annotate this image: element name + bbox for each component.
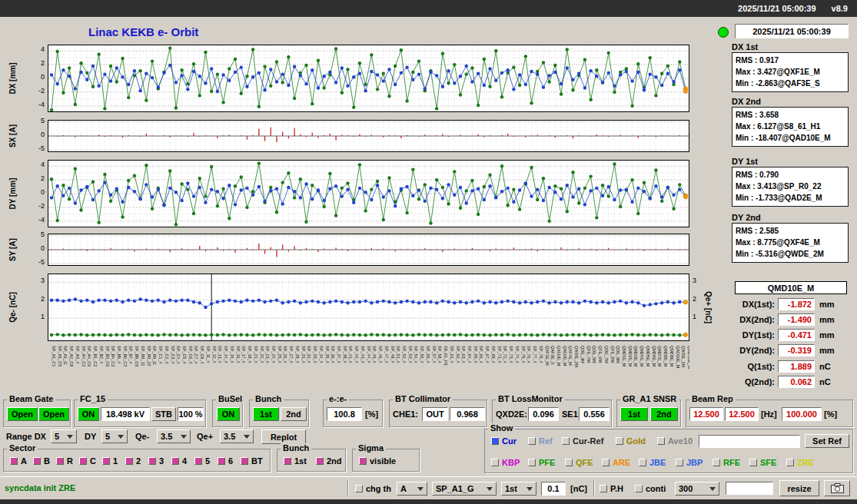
- show-qfe-toggle[interactable]: QFE: [565, 458, 593, 467]
- show-jbe-checkbox[interactable]: [639, 459, 646, 466]
- bunch-2nd-toggle[interactable]: 2nd: [316, 456, 342, 466]
- conti-toggle[interactable]: conti: [635, 484, 666, 493]
- show-kbp-checkbox[interactable]: [491, 459, 499, 466]
- sector-c-checkbox[interactable]: [79, 457, 87, 465]
- conti-checkbox[interactable]: [635, 485, 643, 492]
- sector-a-checkbox[interactable]: [10, 457, 18, 465]
- show-rfe-toggle[interactable]: RFE: [713, 458, 740, 467]
- show-sfe-checkbox[interactable]: [749, 459, 757, 466]
- sector-b-checkbox[interactable]: [33, 457, 41, 465]
- set-ref-button[interactable]: Set Ref: [805, 434, 849, 448]
- show-zre-checkbox[interactable]: [786, 459, 794, 466]
- chart-dx-plot: [48, 45, 689, 112]
- sector-a-label: A: [21, 456, 27, 466]
- show-rfe-checkbox[interactable]: [713, 459, 720, 466]
- range-qe-minus-select[interactable]: 3.5: [157, 429, 191, 443]
- show-jbp-toggle[interactable]: JBP: [676, 458, 703, 467]
- ph-checkbox[interactable]: [600, 485, 607, 492]
- svg-text:QMD2E_M: QMD2E_M: [628, 346, 633, 367]
- replot-button[interactable]: Replot: [261, 429, 306, 444]
- sector-4-toggle[interactable]: 4: [171, 456, 187, 466]
- sector-r-checkbox[interactable]: [56, 457, 64, 465]
- show-kbp-toggle[interactable]: KBP: [491, 458, 520, 467]
- svg-text:SP_18_4: SP_18_4: [247, 346, 252, 363]
- beam-gate-open-2-button[interactable]: Open: [38, 407, 69, 421]
- device-select[interactable]: SP_A1_G: [432, 482, 497, 496]
- chevron-down-icon: [709, 487, 716, 491]
- sector-1-checkbox[interactable]: [102, 457, 110, 465]
- sector-c-toggle[interactable]: C: [79, 456, 96, 466]
- gr-a1-2nd-button[interactable]: 2nd: [650, 407, 678, 421]
- show-cur-checkbox[interactable]: [491, 437, 499, 445]
- show-pfe-toggle[interactable]: PFE: [528, 458, 555, 467]
- che1-state: OUT: [422, 407, 448, 421]
- y-axis-label-dx: DX [mm]: [8, 62, 17, 94]
- show-jbe-toggle[interactable]: JBE: [639, 458, 666, 467]
- ph-toggle[interactable]: P.H: [600, 484, 623, 493]
- svg-text:SP_21_4: SP_21_4: [254, 346, 258, 363]
- sector-bt-checkbox[interactable]: [241, 457, 248, 465]
- sigma-visible-toggle[interactable]: visible: [359, 456, 396, 466]
- screenshot-button[interactable]: [824, 480, 850, 496]
- sector-2-checkbox[interactable]: [125, 457, 133, 465]
- group-bunch-select: Bunch 1st 2nd: [249, 400, 309, 427]
- show-ref-toggle[interactable]: Ref: [528, 436, 553, 446]
- show-ref-checkbox[interactable]: [528, 437, 536, 445]
- sector-3-checkbox[interactable]: [148, 457, 156, 465]
- sector-5-toggle[interactable]: 5: [194, 456, 210, 466]
- bunch-2nd-checkbox[interactable]: [316, 457, 324, 465]
- statusbar-input[interactable]: [726, 482, 773, 495]
- ref-file-input[interactable]: [699, 435, 800, 448]
- show-are-checkbox[interactable]: [602, 459, 610, 466]
- gr-a1-1st-button[interactable]: 1st: [620, 407, 648, 421]
- range-dy-select[interactable]: 5: [101, 429, 128, 443]
- sector-5-checkbox[interactable]: [194, 457, 202, 465]
- interval-select[interactable]: 300: [675, 482, 719, 496]
- bunch-2nd-button[interactable]: 2nd: [281, 407, 307, 421]
- sector-1-toggle[interactable]: 1: [102, 456, 118, 466]
- sector-bt-toggle[interactable]: BT: [241, 456, 263, 466]
- beam-rep-value-3: 100.000: [782, 407, 822, 421]
- svg-text:SP_47_4: SP_47_4: [384, 346, 389, 363]
- sector-4-checkbox[interactable]: [171, 457, 179, 465]
- show-gold-checkbox[interactable]: [616, 437, 623, 445]
- bunch-select[interactable]: 1st: [501, 482, 536, 496]
- show-gold-toggle[interactable]: Gold: [616, 436, 646, 446]
- show-ave10-checkbox[interactable]: [657, 437, 665, 445]
- sigma-visible-checkbox[interactable]: [359, 457, 367, 465]
- svg-text:QAD2E_M: QAD2E_M: [563, 346, 567, 366]
- sector-a-toggle[interactable]: A: [10, 456, 27, 466]
- range-dx-select[interactable]: 5: [51, 429, 77, 443]
- titlebar-datetime: 2025/11/21 05:00:39: [738, 4, 816, 13]
- range-qe-plus-select[interactable]: 3.5: [220, 429, 254, 443]
- busel-on-button[interactable]: ON: [217, 407, 240, 421]
- sector-6-checkbox[interactable]: [218, 457, 225, 465]
- show-cur-ref-checkbox[interactable]: [562, 437, 570, 445]
- mode-select[interactable]: A: [397, 482, 427, 496]
- beam-gate-open-1-button[interactable]: Open: [7, 407, 38, 421]
- show-pfe-checkbox[interactable]: [528, 459, 536, 466]
- bunch-1st-toggle[interactable]: 1st: [284, 456, 307, 466]
- fc15-on-button[interactable]: ON: [78, 407, 99, 421]
- svg-text:SP_77_4: SP_77_4: [533, 346, 537, 363]
- chg-th-toggle[interactable]: chg th: [355, 484, 391, 493]
- show-zre-toggle[interactable]: ZRE: [786, 458, 814, 467]
- group-sigma: Sigma visible: [352, 449, 420, 472]
- sector-r-toggle[interactable]: R: [56, 456, 73, 466]
- sector-3-toggle[interactable]: 3: [148, 456, 164, 466]
- show-sfe-toggle[interactable]: SFE: [749, 458, 776, 467]
- show-are-toggle[interactable]: ARE: [602, 458, 630, 467]
- sector-2-toggle[interactable]: 2: [125, 456, 141, 466]
- show-ave10-toggle[interactable]: Ave10: [657, 436, 693, 446]
- bunch-1st-button[interactable]: 1st: [253, 407, 279, 421]
- show-cur-toggle[interactable]: Cur: [491, 436, 517, 446]
- bunch-1st-checkbox[interactable]: [284, 457, 291, 465]
- sector-6-toggle[interactable]: 6: [218, 456, 233, 466]
- resize-button[interactable]: resize: [779, 480, 819, 496]
- show-qfe-checkbox[interactable]: [565, 459, 573, 466]
- show-jbp-checkbox[interactable]: [676, 459, 683, 466]
- fc15-stb-button[interactable]: STB: [151, 407, 176, 421]
- sector-b-toggle[interactable]: B: [33, 456, 50, 466]
- chg-th-checkbox[interactable]: [355, 485, 363, 492]
- show-cur-ref-toggle[interactable]: Cur-Ref: [562, 436, 603, 446]
